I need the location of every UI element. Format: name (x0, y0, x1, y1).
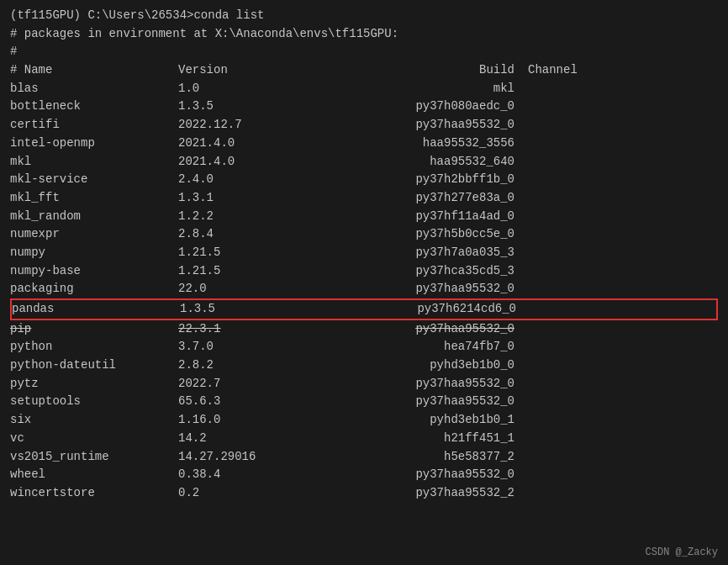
table-row: python3.7.0hea74fb7_0 (10, 338, 718, 356)
pkg-build: py37haa95532_2 (330, 484, 514, 503)
pkg-name: wincertstore (10, 484, 178, 503)
pkg-name: pandas (12, 300, 180, 319)
pkg-version: 1.21.5 (178, 262, 330, 281)
pkg-channel (514, 116, 599, 135)
table-row: six1.16.0pyhd3eb1b0_1 (10, 411, 718, 430)
header-text-1: # packages in environment at X:\Anaconda… (10, 25, 398, 44)
pkg-build: haa95532_640 (330, 153, 514, 172)
pkg-build: py37haa95532_0 (330, 280, 514, 298)
pkg-name: numpy (10, 244, 178, 262)
table-row: vc14.2h21ff451_1 (10, 430, 718, 448)
pkg-version: 1.0 (178, 80, 330, 98)
pkg-version: 1.3.1 (178, 189, 330, 208)
pkg-name: wheel (10, 466, 178, 484)
table-row: pandas1.3.5py37h6214cd6_0 (10, 298, 718, 320)
pkg-name: intel-openmp (10, 135, 178, 153)
pkg-name: mkl-service (10, 171, 178, 189)
pkg-version: 14.27.29016 (178, 448, 330, 467)
pkg-build: py37h277e83a_0 (330, 189, 514, 208)
table-row: vs2015_runtime14.27.29016h5e58377_2 (10, 448, 718, 467)
pkg-channel (514, 320, 599, 339)
table-row: numexpr2.8.4py37h5b0cc5e_0 (10, 225, 718, 244)
table-row: mkl-service2.4.0py37h2bbff1b_0 (10, 171, 718, 189)
pkg-name: bottleneck (10, 98, 178, 116)
pkg-version: 0.2 (178, 484, 330, 503)
pkg-channel (514, 244, 599, 262)
pkg-name: six (10, 411, 178, 430)
pkg-build: py37haa95532_0 (330, 466, 514, 484)
pkg-build: pyhd3eb1b0_0 (330, 356, 514, 375)
pkg-version: 1.3.5 (180, 300, 331, 319)
table-row: intel-openmp2021.4.0haa95532_3556 (10, 135, 718, 153)
pkg-build: py37haa95532_0 (330, 116, 514, 135)
pkg-version: 14.2 (178, 430, 330, 448)
pkg-build: py37haa95532_0 (330, 320, 514, 339)
pkg-name: numexpr (10, 225, 178, 244)
pkg-version: 2.4.0 (178, 171, 330, 189)
pkg-channel (514, 225, 599, 244)
column-headers: # Name Version Build Channel (10, 61, 718, 80)
pkg-channel (514, 189, 599, 208)
pkg-channel (514, 466, 599, 484)
pkg-version: 2022.7 (178, 375, 330, 393)
header-line-2: # (10, 43, 718, 61)
pkg-channel (514, 262, 599, 281)
pkg-build: h21ff451_1 (330, 430, 514, 448)
pkg-version: 2022.12.7 (178, 116, 330, 135)
prompt-line: (tf115GPU) C:\Users\26534>conda list (10, 7, 718, 25)
pkg-channel (516, 300, 600, 319)
pkg-name: python (10, 338, 178, 356)
pkg-version: 3.7.0 (178, 338, 330, 356)
pkg-build: haa95532_3556 (330, 135, 514, 153)
pkg-build: py37h7a0a035_3 (330, 244, 514, 262)
pkg-version: 1.3.5 (178, 98, 330, 116)
pkg-build: py37haa95532_0 (330, 393, 514, 411)
pkg-channel (514, 411, 599, 430)
pkg-build: py37haa95532_0 (330, 375, 514, 393)
pkg-name: numpy-base (10, 262, 178, 281)
pkg-build: pyhd3eb1b0_1 (330, 411, 514, 430)
pkg-build: mkl (330, 80, 514, 98)
pkg-version: 0.38.4 (178, 466, 330, 484)
table-row: python-dateutil2.8.2pyhd3eb1b0_0 (10, 356, 718, 375)
pkg-version: 1.2.2 (178, 208, 330, 226)
pkg-version: 22.3.1 (178, 320, 330, 339)
pkg-name: mkl_random (10, 208, 178, 226)
col-header-build: Build (330, 61, 514, 80)
pkg-version: 2021.4.0 (178, 153, 330, 172)
table-row: mkl2021.4.0haa95532_640 (10, 153, 718, 172)
pkg-name: packaging (10, 280, 178, 298)
table-row: setuptools65.6.3py37haa95532_0 (10, 393, 718, 411)
pkg-version: 1.21.5 (178, 244, 330, 262)
table-row: pip22.3.1py37haa95532_0 (10, 320, 718, 339)
pkg-build: py37h080aedc_0 (330, 98, 514, 116)
pkg-version: 22.0 (178, 280, 330, 298)
pkg-channel (514, 393, 599, 411)
pkg-channel (514, 135, 599, 153)
pkg-name: blas (10, 80, 178, 98)
pkg-version: 1.16.0 (178, 411, 330, 430)
table-row: pytz2022.7py37haa95532_0 (10, 375, 718, 393)
pkg-channel (514, 448, 599, 467)
pkg-name: vs2015_runtime (10, 448, 178, 467)
pkg-build: py37h6214cd6_0 (331, 300, 516, 319)
pkg-name: pytz (10, 375, 178, 393)
table-row: numpy-base1.21.5py37hca35cd5_3 (10, 262, 718, 281)
pkg-channel (514, 98, 599, 116)
pkg-version: 65.6.3 (178, 393, 330, 411)
header-text-2: # (10, 43, 17, 61)
pkg-build: h5e58377_2 (330, 448, 514, 467)
pkg-name: mkl_fft (10, 189, 178, 208)
pkg-channel (514, 171, 599, 189)
pkg-build: py37h2bbff1b_0 (330, 171, 514, 189)
terminal: (tf115GPU) C:\Users\26534>conda list # p… (0, 0, 728, 565)
header-line-1: # packages in environment at X:\Anaconda… (10, 25, 718, 44)
table-row: mkl_random1.2.2py37hf11a4ad_0 (10, 208, 718, 226)
package-list: blas1.0mklbottleneck1.3.5py37h080aedc_0c… (10, 80, 718, 503)
prompt-text: (tf115GPU) C:\Users\26534>conda list (10, 7, 264, 25)
table-row: wheel0.38.4py37haa95532_0 (10, 466, 718, 484)
pkg-name: setuptools (10, 393, 178, 411)
pkg-channel (514, 80, 599, 98)
pkg-version: 2.8.2 (178, 356, 330, 375)
table-row: packaging22.0py37haa95532_0 (10, 280, 718, 298)
